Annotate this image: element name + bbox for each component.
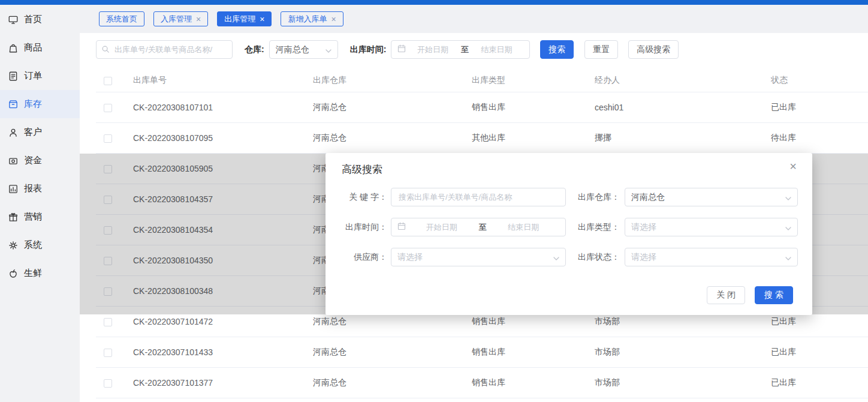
modal-type-placeholder: 请选择 <box>631 222 656 233</box>
chevron-down-icon <box>553 253 559 262</box>
modal-type-select[interactable]: 请选择 <box>625 218 798 236</box>
cell-order-no: CK-20220307101433 <box>133 347 313 357</box>
row-checkbox[interactable] <box>104 379 112 388</box>
chevron-down-icon <box>326 45 331 55</box>
cell-status: 已出库 <box>771 347 868 358</box>
sidebar-item-label: 订单 <box>24 70 42 82</box>
modal-close-button[interactable]: 关 闭 <box>707 286 745 304</box>
tab-inbound-management[interactable]: 入库管理 × <box>153 11 208 26</box>
reports-icon <box>8 184 19 194</box>
advanced-search-button[interactable]: 高级搜索 <box>628 40 679 59</box>
row-checkbox[interactable] <box>104 104 112 112</box>
modal-status-label: 出库状态： <box>571 252 620 263</box>
modal-warehouse-label: 出库仓库： <box>571 192 620 203</box>
warehouse-select[interactable]: 河南总仓 <box>269 40 338 59</box>
tab-label: 出库管理 <box>224 14 255 25</box>
modal-warehouse-select[interactable]: 河南总仓 <box>625 188 798 206</box>
start-date-placeholder: 开始日期 <box>406 44 460 55</box>
end-date-placeholder: 结束日期 <box>470 44 524 55</box>
cell-warehouse: 河南总仓 <box>313 316 472 327</box>
tab-bar: 系统首页 入库管理 × 出库管理 × 新增入库单 × <box>80 5 868 33</box>
cell-type: 销售出库 <box>472 102 595 113</box>
tab-system-home[interactable]: 系统首页 <box>99 11 144 26</box>
top-accent-bar <box>0 0 868 5</box>
tab-new-inbound-order[interactable]: 新增入库单 × <box>281 11 343 26</box>
sidebar-item-marketing[interactable]: 营销 <box>0 203 80 231</box>
customers-icon <box>8 127 19 138</box>
date-range-picker[interactable]: 开始日期 至 结束日期 <box>391 40 530 59</box>
tab-close-icon[interactable]: × <box>196 15 201 23</box>
tab-label: 新增入库单 <box>288 14 327 25</box>
sidebar: 首页 商品 订单 库存 客户 资金 报表 <box>0 5 80 402</box>
sidebar-item-goods[interactable]: 商品 <box>0 34 80 62</box>
select-all-checkbox[interactable] <box>104 77 112 85</box>
tab-label: 系统首页 <box>106 14 137 25</box>
warehouse-select-value: 河南总仓 <box>276 44 309 55</box>
reset-button[interactable]: 重置 <box>584 40 618 59</box>
cell-status: 已出库 <box>771 377 868 388</box>
column-header-order-no: 出库单号 <box>133 75 313 86</box>
row-checkbox[interactable] <box>104 318 112 326</box>
sidebar-item-label: 资金 <box>24 155 42 166</box>
sidebar-item-home[interactable]: 首页 <box>0 5 80 34</box>
tab-close-icon[interactable]: × <box>260 15 264 23</box>
search-button[interactable]: 搜索 <box>540 40 574 59</box>
sidebar-item-inventory[interactable]: 库存 <box>0 90 80 118</box>
sidebar-item-system[interactable]: 系统 <box>0 231 80 259</box>
inventory-icon <box>8 99 19 110</box>
cell-warehouse: 河南总仓 <box>313 347 472 358</box>
cell-status: 待出库 <box>771 133 868 143</box>
settings-icon <box>8 240 19 251</box>
column-header-status: 状态 <box>771 75 868 86</box>
cell-handler: 挪挪 <box>595 133 771 143</box>
supplier-label: 供应商： <box>326 252 387 263</box>
tab-label: 入库管理 <box>161 14 192 25</box>
cell-warehouse: 河南总仓 <box>313 133 472 143</box>
sidebar-item-reports[interactable]: 报表 <box>0 175 80 203</box>
sidebar-item-fresh[interactable]: 生鲜 <box>0 259 80 287</box>
row-checkbox[interactable] <box>104 349 112 357</box>
cell-type: 销售出库 <box>472 347 595 358</box>
outbound-time-label: 出库时间: <box>350 44 387 55</box>
modal-date-range-picker[interactable]: 开始日期 至 结束日期 <box>391 218 566 236</box>
goods-icon <box>8 43 19 53</box>
search-box <box>96 40 233 59</box>
sidebar-item-label: 首页 <box>24 14 42 25</box>
keyword-label: 关 键 字： <box>326 192 387 203</box>
row-checkbox[interactable] <box>104 134 112 143</box>
supplier-placeholder: 请选择 <box>397 252 423 263</box>
chevron-down-icon <box>785 193 791 202</box>
tab-outbound-management[interactable]: 出库管理 × <box>217 11 272 26</box>
cell-handler: 市场部 <box>595 316 771 327</box>
cell-type: 销售出库 <box>472 316 595 327</box>
search-input[interactable] <box>96 40 233 59</box>
sidebar-item-funds[interactable]: 资金 <box>0 146 80 175</box>
filter-bar: 仓库: 河南总仓 出库时间: 开始日期 至 结束日期 搜索 重置 高级搜索 <box>96 40 679 59</box>
table-header: 出库单号 出库仓库 出库类型 经办人 状态 <box>96 69 868 92</box>
keyword-input[interactable] <box>391 188 566 206</box>
modal-time-label: 出库时间： <box>326 222 387 233</box>
column-header-type: 出库类型 <box>472 75 595 86</box>
supplier-select[interactable]: 请选择 <box>391 248 566 266</box>
sidebar-item-label: 商品 <box>24 42 42 53</box>
cell-order-no: CK-20220307101472 <box>133 317 313 326</box>
sidebar-item-customers[interactable]: 客户 <box>0 118 80 146</box>
sidebar-item-orders[interactable]: 订单 <box>0 62 80 90</box>
table-row[interactable]: CK-20220308107095 河南总仓 其他出库 挪挪 待出库 <box>96 123 868 154</box>
modal-end-date-placeholder: 结束日期 <box>488 222 560 233</box>
modal-warehouse-value: 河南总仓 <box>631 192 665 203</box>
modal-search-button[interactable]: 搜 索 <box>755 286 793 304</box>
cell-handler: ceshi01 <box>595 103 771 112</box>
marketing-icon <box>8 212 19 223</box>
sidebar-item-label: 系统 <box>24 239 42 251</box>
sidebar-item-label: 库存 <box>24 98 42 110</box>
cell-warehouse: 河南总仓 <box>313 102 472 113</box>
close-icon[interactable]: × <box>789 160 797 172</box>
table-row[interactable]: CK-20220308107101 河南总仓 销售出库 ceshi01 已出库 <box>96 92 868 123</box>
tab-close-icon[interactable]: × <box>331 15 336 23</box>
orders-icon <box>8 71 19 82</box>
modal-status-select[interactable]: 请选择 <box>625 248 798 266</box>
cell-status: 已出库 <box>771 102 868 113</box>
table-row[interactable]: CK-20220307101377 河南总仓 销售出库 市场部 已出库 <box>96 368 868 398</box>
table-row[interactable]: CK-20220307101433 河南总仓 销售出库 市场部 已出库 <box>96 337 868 368</box>
